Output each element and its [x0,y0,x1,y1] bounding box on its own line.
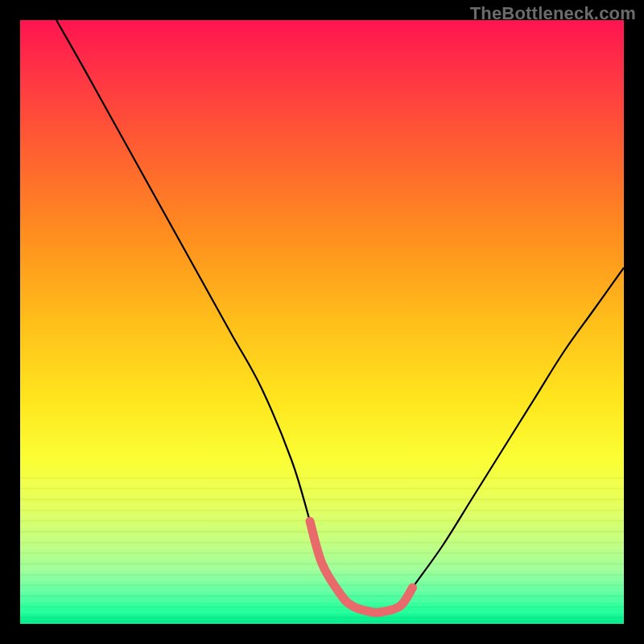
plot-area [20,20,624,624]
chart-frame: TheBottleneck.com [0,0,644,644]
bottleneck-curve [56,20,624,613]
curve-layer [20,20,624,624]
gradient-bands [20,479,624,624]
optimal-zone-curve [310,522,413,613]
